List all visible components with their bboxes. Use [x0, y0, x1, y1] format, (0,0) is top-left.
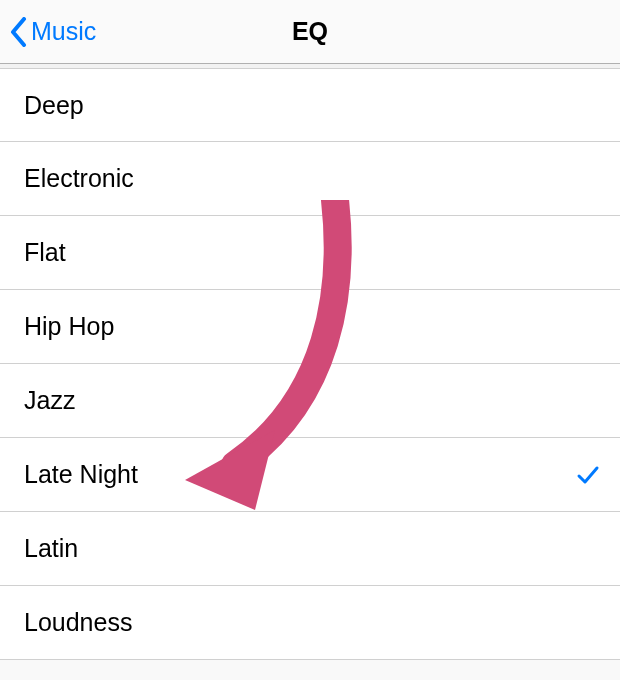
eq-row-label: Electronic: [24, 164, 134, 193]
eq-list: Deep Electronic Flat Hip Hop Jazz Late N…: [0, 68, 620, 660]
back-label: Music: [31, 17, 96, 46]
eq-row-label: Flat: [24, 238, 66, 267]
back-button[interactable]: Music: [0, 17, 102, 47]
eq-row-label: Latin: [24, 534, 78, 563]
eq-row-flat[interactable]: Flat: [0, 216, 620, 290]
eq-row-label: Hip Hop: [24, 312, 114, 341]
eq-row-late-night[interactable]: Late Night: [0, 438, 620, 512]
eq-row-label: Late Night: [24, 460, 138, 489]
eq-row-electronic[interactable]: Electronic: [0, 142, 620, 216]
chevron-left-icon: [10, 17, 27, 47]
eq-row-latin[interactable]: Latin: [0, 512, 620, 586]
eq-row-loudness[interactable]: Loudness: [0, 586, 620, 660]
page-title: EQ: [292, 17, 328, 46]
eq-row-hip-hop[interactable]: Hip Hop: [0, 290, 620, 364]
eq-row-jazz[interactable]: Jazz: [0, 364, 620, 438]
checkmark-icon: [576, 463, 600, 487]
eq-row-label: Jazz: [24, 386, 75, 415]
eq-row-label: Loudness: [24, 608, 132, 637]
eq-row-label: Deep: [24, 91, 84, 120]
eq-row-deep[interactable]: Deep: [0, 68, 620, 142]
navbar: Music EQ: [0, 0, 620, 64]
